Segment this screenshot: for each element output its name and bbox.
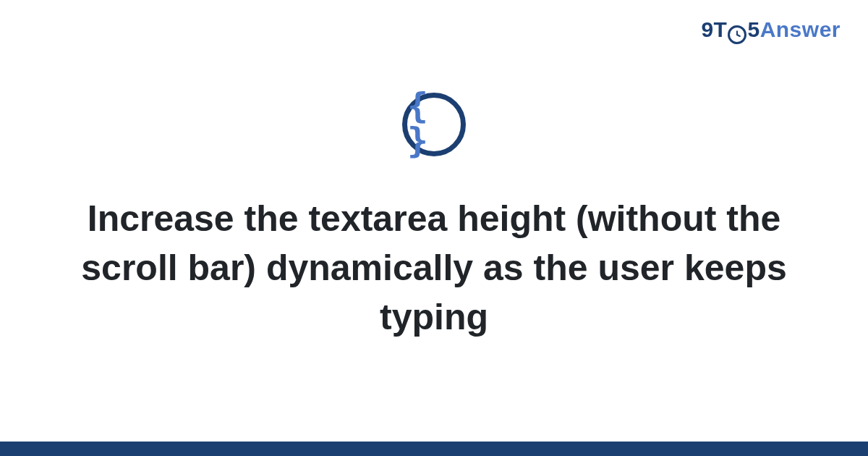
clock-icon bbox=[728, 25, 746, 44]
braces-glyph: { } bbox=[407, 88, 461, 158]
logo-part-answer: Answer bbox=[760, 17, 841, 41]
svg-line-1 bbox=[737, 35, 740, 36]
logo-part-5: 5 bbox=[747, 17, 760, 41]
site-logo: 9T5Answer bbox=[701, 17, 841, 44]
question-title: Increase the textarea height (without th… bbox=[0, 194, 868, 342]
code-braces-icon: { } bbox=[402, 93, 466, 156]
footer-bar bbox=[0, 442, 868, 456]
logo-part-t: T bbox=[714, 17, 728, 41]
logo-part-9: 9 bbox=[701, 17, 713, 41]
